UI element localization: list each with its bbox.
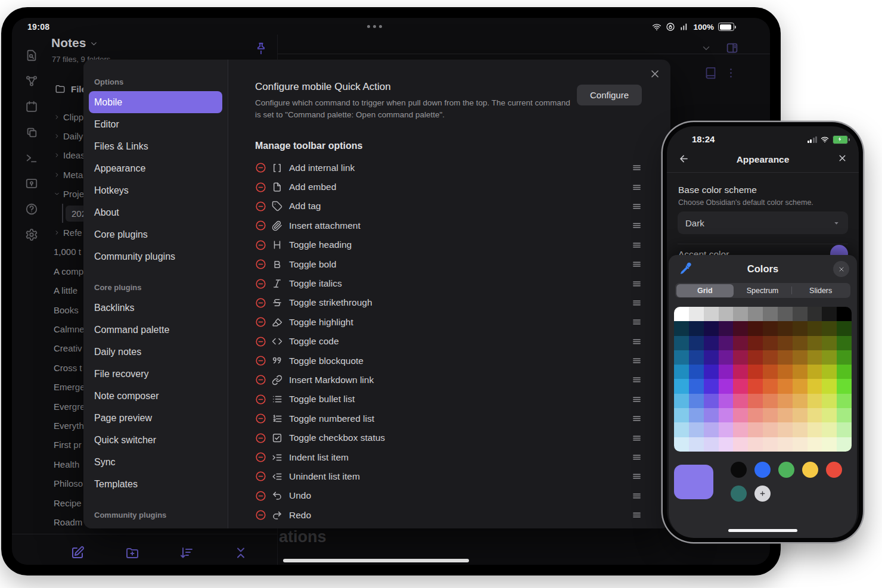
color-cell[interactable] <box>822 394 837 408</box>
close-icon[interactable] <box>649 68 661 80</box>
toolbar-option-row[interactable]: Redo <box>255 506 642 525</box>
color-cell[interactable] <box>822 321 837 335</box>
drag-handle-icon[interactable] <box>632 433 642 443</box>
right-sidebar-toggle-icon[interactable] <box>726 42 738 54</box>
drag-handle-icon[interactable] <box>632 356 642 366</box>
color-swatch[interactable] <box>802 462 818 478</box>
color-cell[interactable] <box>793 437 808 452</box>
color-cell[interactable] <box>822 422 837 437</box>
color-cell[interactable] <box>719 365 734 379</box>
color-cell[interactable] <box>778 408 793 422</box>
color-cell[interactable] <box>822 379 837 393</box>
color-cell[interactable] <box>748 365 763 379</box>
color-cell[interactable] <box>778 379 793 393</box>
color-cell[interactable] <box>719 350 734 365</box>
color-cell[interactable] <box>793 350 808 365</box>
color-cell[interactable] <box>793 408 808 422</box>
color-cell[interactable] <box>704 394 719 408</box>
color-cell[interactable] <box>704 437 719 452</box>
toolbar-option-row[interactable]: Toggle heading <box>255 235 642 254</box>
terminal-icon[interactable] <box>25 151 38 164</box>
drag-handle-icon[interactable] <box>632 259 642 269</box>
sidebar-item-file-recovery[interactable]: File recovery <box>89 363 222 385</box>
toolbar-option-row[interactable]: Add internal link <box>255 158 642 178</box>
pin-icon[interactable] <box>254 42 268 55</box>
drag-handle-icon[interactable] <box>632 452 642 462</box>
remove-icon[interactable] <box>255 316 266 328</box>
color-cell[interactable] <box>808 336 822 350</box>
drag-handle-icon[interactable] <box>632 394 642 405</box>
toolbar-option-row[interactable]: Toggle strikethrough <box>255 293 642 312</box>
color-swatch[interactable] <box>731 462 747 478</box>
remove-icon[interactable] <box>255 239 266 251</box>
sidebar-item-sync[interactable]: Sync <box>89 451 222 473</box>
remove-icon[interactable] <box>255 509 266 521</box>
color-cell[interactable] <box>704 422 719 437</box>
color-cell[interactable] <box>719 321 734 335</box>
color-cell[interactable] <box>763 350 778 365</box>
color-cell[interactable] <box>837 336 852 350</box>
remove-icon[interactable] <box>255 374 266 385</box>
remove-icon[interactable] <box>255 355 266 366</box>
color-cell[interactable] <box>689 437 704 452</box>
copy-icon[interactable] <box>25 126 38 139</box>
color-cell[interactable] <box>837 422 852 437</box>
toolbar-option-row[interactable]: Add embed <box>255 178 642 197</box>
color-cell[interactable] <box>719 437 734 452</box>
color-cell[interactable] <box>748 437 763 452</box>
color-cell[interactable] <box>763 379 778 393</box>
color-cell[interactable] <box>674 422 689 437</box>
drag-handle-icon[interactable] <box>632 220 642 231</box>
color-swatch[interactable] <box>754 462 771 478</box>
color-cell[interactable] <box>808 307 822 321</box>
calendar-icon[interactable] <box>25 100 38 113</box>
color-cell[interactable] <box>793 422 808 437</box>
color-cell[interactable] <box>808 379 822 393</box>
color-cell[interactable] <box>704 321 719 335</box>
color-cell[interactable] <box>733 321 748 335</box>
toolbar-option-row[interactable]: Indent list item <box>255 447 642 466</box>
color-swatch[interactable] <box>826 462 842 478</box>
color-cell[interactable] <box>793 379 808 393</box>
color-cell[interactable] <box>822 365 837 379</box>
remove-icon[interactable] <box>255 297 266 309</box>
color-swatch[interactable] <box>778 462 794 478</box>
color-cell[interactable] <box>704 336 719 350</box>
color-cell[interactable] <box>674 321 689 335</box>
color-cell[interactable] <box>689 379 704 393</box>
sidebar-item-backlinks[interactable]: Backlinks <box>89 297 222 319</box>
drag-handle-icon[interactable] <box>632 337 642 347</box>
drag-handle-icon[interactable] <box>632 375 642 385</box>
color-cell[interactable] <box>837 350 852 365</box>
search-file-icon[interactable] <box>25 49 38 62</box>
remove-icon[interactable] <box>255 259 266 270</box>
color-scheme-dropdown[interactable]: Dark <box>678 211 848 234</box>
drag-handle-icon[interactable] <box>632 510 642 520</box>
color-cell[interactable] <box>674 379 689 393</box>
toolbar-option-row[interactable]: Toggle bullet list <box>255 390 642 409</box>
color-cell[interactable] <box>778 336 793 350</box>
color-cell[interactable] <box>704 307 719 321</box>
remove-icon[interactable] <box>255 433 266 444</box>
sidebar-item-command-palette[interactable]: Command palette <box>89 319 222 341</box>
color-cell[interactable] <box>808 365 822 379</box>
color-cell[interactable] <box>748 350 763 365</box>
color-cell[interactable] <box>763 307 778 321</box>
sidebar-item-mobile[interactable]: Mobile <box>89 91 222 113</box>
color-cell[interactable] <box>748 321 763 335</box>
color-cell[interactable] <box>763 365 778 379</box>
color-cell[interactable] <box>763 321 778 335</box>
graph-icon[interactable] <box>25 74 38 88</box>
color-cell[interactable] <box>778 422 793 437</box>
help-icon[interactable] <box>25 203 38 216</box>
color-cell[interactable] <box>793 365 808 379</box>
toolbar-option-row[interactable]: Unindent list item <box>255 467 642 486</box>
drag-handle-icon[interactable] <box>632 163 642 173</box>
color-cell[interactable] <box>733 394 748 408</box>
drag-handle-icon[interactable] <box>632 298 642 308</box>
file-pane-header[interactable]: Notes <box>51 36 98 50</box>
close-icon[interactable] <box>837 153 847 163</box>
vault-icon[interactable] <box>25 177 38 190</box>
toolbar-option-row[interactable]: Toggle code <box>255 332 642 351</box>
color-cell[interactable] <box>733 408 748 422</box>
